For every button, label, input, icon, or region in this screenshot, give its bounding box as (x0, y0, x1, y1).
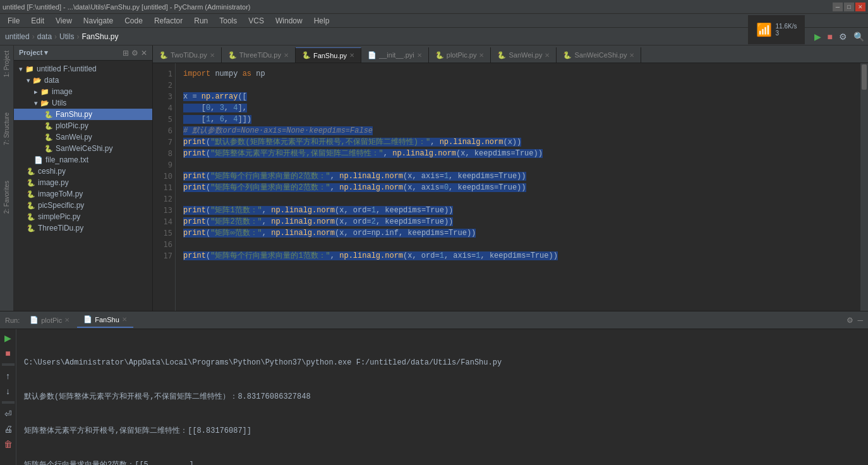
tree-root[interactable]: ▾ 📁 untitled F:\untitled (14, 63, 152, 75)
breadcrumb: untitled › data › Utils › FanShu.py 📶 11… (0, 28, 868, 45)
menu-file[interactable]: File (3, 15, 25, 27)
tab-threetidu-close[interactable]: ✕ (284, 52, 289, 59)
panel-settings-btn[interactable]: ⚙ (131, 49, 138, 57)
project-icon: ▾ (19, 65, 23, 73)
txt-icon: 📄 (34, 156, 43, 164)
scrollbar-thumb[interactable] (862, 64, 867, 90)
menu-tools[interactable]: Tools (214, 15, 242, 27)
menu-window[interactable]: Window (270, 15, 308, 27)
run-clear-btn[interactable]: 🗑 (3, 438, 14, 450)
tab-sanwei[interactable]: 🐍 SanWei.py ✕ (491, 47, 557, 63)
tree-utils-label: Utils (52, 99, 66, 107)
menu-run[interactable]: Run (189, 15, 213, 27)
tab-twotidu-icon: 🐍 (159, 51, 168, 59)
editor-content: 1 2 3 4 5 6 7 8 9 10 11 12 13 14 15 16 1… (153, 63, 868, 311)
menu-edit[interactable]: Edit (26, 15, 49, 27)
tree-plotpic[interactable]: 🐍 plotPic.py (14, 120, 152, 131)
tree-image-folder[interactable]: ▸ 📁 image (14, 86, 152, 97)
settings-icon[interactable]: ⚙ (838, 30, 848, 43)
line-numbers: 1 2 3 4 5 6 7 8 9 10 11 12 13 14 15 16 1… (153, 63, 176, 311)
run-panel-minimize-icon[interactable]: ─ (857, 316, 863, 325)
tab-sanwei-close[interactable]: ✕ (545, 52, 550, 59)
tree-simplepic[interactable]: 🐍 simplePic.py (14, 211, 152, 222)
tab-threetidu[interactable]: 🐍 ThreeTiDu.py ✕ (222, 47, 296, 63)
panel-collapse-btn[interactable]: ⊞ (123, 49, 129, 57)
run-wrap-btn[interactable]: ⏎ (3, 408, 13, 420)
run-scroll-down-btn[interactable]: ↓ (4, 385, 11, 397)
menu-view[interactable]: View (51, 15, 77, 27)
breadcrumb-data[interactable]: data (37, 32, 52, 41)
network-widget: 📶 11.6K/s 3 (748, 15, 805, 44)
wifi-icon: 📶 (756, 22, 772, 37)
tree-utils-folder[interactable]: ▾ 📂 Utils (14, 97, 152, 109)
run-tab-plotpic[interactable]: 📄 plotPic ✕ (23, 313, 76, 328)
stop-button[interactable]: ■ (826, 30, 834, 43)
utils-folder-icon: 📂 (40, 99, 49, 107)
tree-sanweiceshi[interactable]: 🐍 SanWeiCeShi.py (14, 143, 152, 154)
tab-init-close[interactable]: ✕ (417, 52, 422, 59)
tree-threetidu[interactable]: 🐍 ThreeTiDu.py (14, 222, 152, 234)
imagepy-icon: 🐍 (27, 179, 35, 187)
project-panel-title: Project ▾ (19, 49, 48, 57)
tab-sanweiceshi[interactable]: 🐍 SanWeiCeShi.py ✕ (557, 47, 641, 63)
panel-actions: ⊞ ⚙ ✕ (123, 49, 147, 57)
folder-icon: 📁 (25, 65, 34, 73)
tab-sanweiceshi-icon: 🐍 (563, 51, 572, 59)
tree-ceshi[interactable]: 🐍 ceshi.py (14, 166, 152, 177)
search-icon[interactable]: 🔍 (852, 30, 865, 43)
image-folder-icon: 📁 (40, 88, 49, 96)
run-button[interactable]: ▶ (813, 30, 823, 43)
minimize-button[interactable]: ─ (833, 3, 843, 11)
tab-fanshu-close[interactable]: ✕ (349, 52, 354, 59)
run-stop-btn[interactable]: ■ (4, 347, 11, 359)
code-editor[interactable]: import numpy as np x = np.array([ [0, 3,… (176, 63, 860, 311)
fanshu-run-icon: 📄 (83, 315, 92, 323)
tab-init[interactable]: 📄 __init__.pyi ✕ (361, 47, 429, 63)
tree-image-py[interactable]: 🐍 image.py (14, 177, 152, 188)
editor-scrollbar[interactable] (860, 63, 868, 311)
menu-code[interactable]: Code (119, 15, 148, 27)
breadcrumb-utils[interactable]: Utils (59, 32, 74, 41)
maximize-button[interactable]: □ (844, 3, 854, 11)
menu-help[interactable]: Help (309, 15, 335, 27)
plotpic-tab-close[interactable]: ✕ (64, 317, 69, 323)
tab-sanweiceshi-close[interactable]: ✕ (629, 52, 634, 59)
window-controls: ─ □ ✕ (833, 3, 865, 11)
tree-threetidu-label: ThreeTiDu.py (38, 224, 83, 232)
tree-sanwei[interactable]: 🐍 SanWei.py (14, 131, 152, 143)
run-play-btn[interactable]: ▶ (3, 332, 13, 344)
close-button[interactable]: ✕ (855, 3, 865, 11)
editor-area: 🐍 TwoTiDu.py ✕ 🐍 ThreeTiDu.py ✕ 🐍 FanShu… (153, 45, 868, 311)
panel-close-btn[interactable]: ✕ (141, 49, 147, 57)
tab-plotpic-close[interactable]: ✕ (479, 52, 484, 59)
expand-icon: ▾ (27, 76, 30, 85)
tab-twotidu[interactable]: 🐍 TwoTiDu.py ✕ (153, 47, 222, 63)
structure-strip-label[interactable]: 7: Structure (2, 107, 11, 150)
project-strip-label[interactable]: 1: Project (2, 45, 11, 82)
output-2: 矩阵整体元素平方和开根号,保留矩阵二维特性：[[8.83176087]] (24, 425, 860, 437)
breadcrumb-untitled[interactable]: untitled (5, 32, 30, 41)
run-tab-fanshu[interactable]: 📄 FanShu ✕ (77, 313, 133, 328)
tree-root-label: untitled F:\untitled (37, 64, 97, 73)
tree-imagetom[interactable]: 🐍 imageToM.py (14, 188, 152, 200)
run-print-btn[interactable]: 🖨 (3, 423, 14, 435)
toolbar-right: ▶ ■ ⚙ 🔍 (813, 28, 865, 45)
menu-navigate[interactable]: Navigate (78, 15, 118, 27)
tree-fanshu[interactable]: 🐍 FanShu.py (14, 109, 152, 120)
run-panel-settings-icon[interactable]: ⚙ (847, 316, 853, 325)
tab-threetidu-icon: 🐍 (228, 51, 237, 59)
tree-filename[interactable]: 📄 file_name.txt (14, 154, 152, 166)
tab-sanwei-icon: 🐍 (497, 51, 506, 59)
favorites-strip-label[interactable]: 2: Favorites (2, 176, 11, 219)
fanshu-run-close[interactable]: ✕ (122, 316, 127, 323)
breadcrumb-fanshu[interactable]: FanShu.py (81, 32, 118, 41)
tree-data-folder[interactable]: ▾ 📂 data (14, 75, 152, 86)
tab-twotidu-close[interactable]: ✕ (210, 52, 215, 59)
tab-fanshu[interactable]: 🐍 FanShu.py ✕ (296, 47, 361, 63)
network-speed: 11.6K/s (776, 23, 797, 30)
menu-refactor[interactable]: Refactor (149, 15, 188, 27)
menu-vcs[interactable]: VCS (243, 15, 269, 27)
tree-picspecific[interactable]: 🐍 picSpecific.py (14, 200, 152, 211)
run-scroll-up-btn[interactable]: ↑ (4, 370, 11, 382)
tab-plotpic[interactable]: 🐍 plotPic.py ✕ (429, 47, 491, 63)
